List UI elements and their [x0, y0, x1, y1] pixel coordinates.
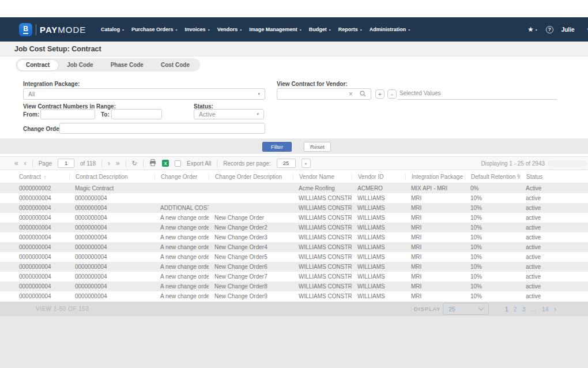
column-label: Contract Description: [76, 174, 128, 180]
table-row[interactable]: 0000000002Magic ContractAcme RoofingACME…: [0, 183, 588, 193]
column-header-change-order-description[interactable]: Change Order Description: [209, 173, 293, 181]
column-header-change-order[interactable]: Change Order: [154, 173, 209, 181]
table-row[interactable]: 00000000040000000004A new change order7N…: [0, 272, 588, 281]
first-page-icon[interactable]: «: [14, 160, 18, 167]
table-header-row: Contract↑Contract DescriptionChange Orde…: [0, 171, 588, 183]
help-icon[interactable]: ?: [546, 26, 553, 33]
vendor-search-input[interactable]: ×: [277, 88, 371, 100]
table-row[interactable]: 00000000040000000004WILLIAMS CONSTRUCTIO…: [0, 193, 588, 203]
next-page-icon[interactable]: ›: [108, 160, 110, 167]
clear-icon[interactable]: ×: [349, 91, 353, 97]
top-navbar: B PAYMODE Catalog▾Purchase Orders▾Invoic…: [0, 17, 588, 42]
user-menu[interactable]: Julie: [561, 27, 575, 33]
vendor-remove-button[interactable]: -: [387, 89, 397, 99]
table-cell: WILLIAMS: [352, 254, 405, 260]
tab-contract[interactable]: Contract: [17, 60, 58, 70]
from-input[interactable]: [40, 109, 95, 119]
table-cell: active: [520, 254, 588, 260]
table-cell: A new change order: [154, 215, 209, 221]
nav-item-catalog[interactable]: Catalog▾: [101, 27, 124, 32]
table-cell: ADDTIONAL COST: [154, 205, 209, 211]
table-cell: 10%: [465, 254, 520, 260]
column-header-vendor-name[interactable]: Vendor Name: [293, 173, 352, 181]
table-cell: MRI: [405, 293, 465, 299]
page-number-input[interactable]: 1: [58, 159, 74, 168]
table-cell: New Change Order3: [209, 234, 293, 241]
column-header-default-retention-[interactable]: Default Retention %: [465, 173, 520, 181]
page-number-14[interactable]: 14: [542, 306, 549, 313]
nav-item-vendors[interactable]: Vendors▾: [217, 27, 242, 32]
table-row[interactable]: 00000000040000000004A new change order5N…: [0, 252, 588, 262]
integration-package-select[interactable]: All ▾: [23, 88, 265, 100]
change-order-input[interactable]: [59, 123, 265, 134]
table-cell: 0000000004: [69, 215, 154, 221]
nav-item-reports[interactable]: Reports▾: [338, 27, 362, 32]
tab-job-code[interactable]: Job Code: [58, 60, 102, 70]
table-cell: New Change Order9: [209, 293, 293, 299]
integration-package-value: All: [28, 91, 35, 97]
table-cell: active: [520, 293, 588, 299]
table-cell: 0000000004: [13, 273, 69, 280]
status-select[interactable]: Active ▾: [194, 109, 264, 119]
filter-button[interactable]: Filter: [262, 142, 292, 152]
display-label: DISPLAY: [414, 302, 440, 316]
grid-toolbar: « ‹ Page 1 of 118 › » ↻ X Export All Rec…: [0, 156, 588, 170]
table-cell: WILLIAMS: [352, 273, 405, 280]
records-per-page-input[interactable]: 25: [277, 159, 296, 168]
table-row[interactable]: 00000000040000000004A new change orderNe…: [0, 213, 588, 223]
table-cell: A new change order5: [154, 254, 209, 260]
refresh-icon[interactable]: ↻: [132, 160, 137, 167]
column-header-contract-description[interactable]: Contract Description: [69, 173, 154, 181]
nav-item-administration[interactable]: Administration▾: [370, 27, 410, 32]
column-header-contract[interactable]: Contract↑: [13, 173, 69, 181]
display-page-size-dropdown[interactable]: 25: [443, 303, 489, 315]
prev-page-icon[interactable]: ‹: [24, 160, 27, 167]
table-cell: MRI: [405, 244, 465, 250]
table-row[interactable]: 00000000040000000004A new change order3N…: [0, 232, 588, 242]
page-number-3[interactable]: 3: [522, 306, 526, 313]
last-page-icon[interactable]: »: [116, 160, 120, 167]
table-row[interactable]: 00000000040000000004ADDTIONAL COSTWILLIA…: [0, 203, 588, 213]
favorites-chevron-down-icon[interactable]: ▾: [536, 28, 537, 32]
reset-button[interactable]: Reset: [304, 142, 331, 152]
brand-logo-icon[interactable]: B: [19, 23, 32, 36]
table-row[interactable]: 00000000040000000004A new change order6N…: [0, 262, 588, 272]
page-number-2[interactable]: 2: [514, 306, 517, 313]
next-page-icon[interactable]: ›: [554, 305, 556, 313]
table-row[interactable]: 00000000040000000004A new change order8N…: [0, 281, 588, 291]
nav-item-label: Purchase Orders: [131, 27, 174, 32]
table-cell: MRI: [405, 273, 465, 280]
scrollbar[interactable]: [548, 161, 587, 167]
table-row[interactable]: 00000000040000000004A new change order9N…: [0, 291, 588, 301]
favorites-star-icon[interactable]: ★: [527, 25, 534, 33]
integration-package-label: Integration Package:: [23, 81, 80, 87]
column-header-integration-package[interactable]: Integration Package: [405, 173, 465, 181]
table-cell: 0000000004: [69, 264, 154, 270]
table-cell: A new change order3: [154, 234, 209, 241]
excel-export-icon[interactable]: X: [162, 160, 169, 167]
nav-item-label: Administration: [370, 27, 406, 32]
column-header-vendor-id[interactable]: Vendor ID: [352, 173, 405, 181]
search-icon[interactable]: [360, 89, 366, 99]
nav-item-label: Budget: [309, 27, 327, 32]
table-row[interactable]: 00000000040000000004A new change order2N…: [0, 223, 588, 232]
table-cell: WILLIAMS CONSTRUCTION: [293, 205, 352, 211]
table-cell: A new change order9: [154, 293, 209, 299]
chevron-down-icon: ▾: [257, 112, 259, 117]
nav-item-image-management[interactable]: Image Management▾: [249, 27, 301, 32]
nav-item-purchase-orders[interactable]: Purchase Orders▾: [131, 27, 178, 32]
export-all-checkbox[interactable]: [175, 160, 181, 167]
nav-item-budget[interactable]: Budget▾: [309, 27, 331, 32]
to-input[interactable]: [111, 109, 162, 119]
records-per-page-dropdown[interactable]: ▾: [301, 159, 311, 168]
tab-cost-code[interactable]: Cost Code: [152, 60, 198, 70]
column-header-status[interactable]: Status: [520, 173, 588, 181]
tab-phase-code[interactable]: Phase Code: [102, 60, 152, 70]
table-cell: New Change Order6: [209, 264, 293, 270]
table-row[interactable]: 00000000040000000004A new change order4N…: [0, 242, 588, 252]
vendor-add-button[interactable]: +: [375, 89, 385, 99]
page-number-1[interactable]: 1: [505, 306, 508, 313]
chevron-down-icon: ▾: [176, 28, 178, 32]
nav-item-invoices[interactable]: Invoices▾: [185, 27, 210, 32]
print-icon[interactable]: [149, 159, 156, 167]
